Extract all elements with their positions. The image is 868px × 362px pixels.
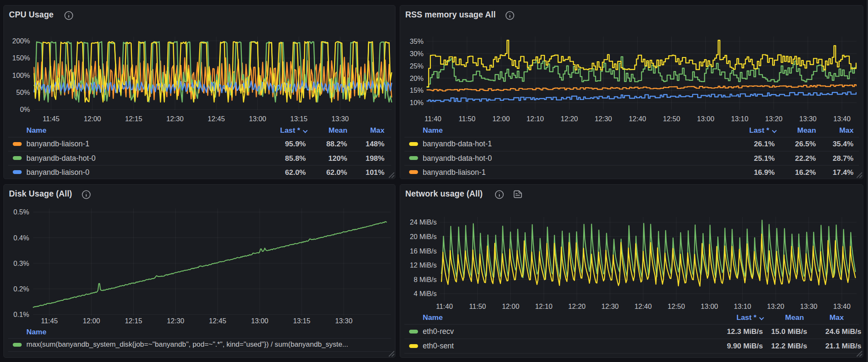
svg-text:11:40: 11:40 bbox=[424, 115, 441, 123]
svg-text:12 MiB/s: 12 MiB/s bbox=[410, 261, 437, 269]
svg-text:10%: 10% bbox=[410, 99, 424, 106]
svg-text:11:45: 11:45 bbox=[41, 317, 58, 325]
svg-text:0.1%: 0.1% bbox=[13, 311, 29, 318]
svg-text:12:50: 12:50 bbox=[667, 302, 685, 310]
svg-text:12:20: 12:20 bbox=[568, 302, 586, 310]
svg-text:13:30: 13:30 bbox=[332, 115, 349, 123]
svg-text:0%: 0% bbox=[20, 105, 30, 113]
svg-text:12:30: 12:30 bbox=[167, 317, 184, 325]
svg-text:13:00: 13:00 bbox=[249, 115, 266, 123]
svg-text:13:30: 13:30 bbox=[799, 115, 816, 123]
svg-text:12:40: 12:40 bbox=[629, 115, 646, 123]
svg-text:12:00: 12:00 bbox=[502, 302, 519, 310]
svg-text:12:00: 12:00 bbox=[83, 317, 100, 325]
svg-text:0.5%: 0.5% bbox=[13, 208, 29, 216]
svg-text:13:20: 13:20 bbox=[767, 302, 785, 310]
svg-text:13:15: 13:15 bbox=[290, 115, 308, 123]
svg-text:13:30: 13:30 bbox=[800, 302, 817, 310]
svg-text:12:45: 12:45 bbox=[208, 115, 225, 123]
svg-text:12:20: 12:20 bbox=[561, 115, 578, 123]
svg-text:0.2%: 0.2% bbox=[13, 285, 29, 293]
svg-text:11:50: 11:50 bbox=[458, 115, 476, 123]
svg-text:13:20: 13:20 bbox=[765, 115, 782, 123]
svg-text:12:10: 12:10 bbox=[535, 302, 553, 310]
svg-text:24 MiB/s: 24 MiB/s bbox=[410, 218, 437, 226]
svg-text:4 MiB/s: 4 MiB/s bbox=[414, 290, 437, 297]
svg-text:13:15: 13:15 bbox=[293, 317, 310, 325]
svg-text:200%: 200% bbox=[12, 37, 30, 45]
svg-text:12:15: 12:15 bbox=[125, 317, 142, 325]
svg-text:12:40: 12:40 bbox=[634, 302, 652, 310]
svg-text:12:30: 12:30 bbox=[602, 302, 619, 310]
svg-text:13:30: 13:30 bbox=[335, 317, 352, 325]
svg-text:13:00: 13:00 bbox=[251, 317, 269, 325]
svg-text:11:40: 11:40 bbox=[436, 302, 453, 310]
svg-text:13:40: 13:40 bbox=[833, 115, 851, 123]
svg-text:13:10: 13:10 bbox=[734, 302, 751, 310]
svg-text:12:30: 12:30 bbox=[166, 115, 184, 123]
svg-text:0.4%: 0.4% bbox=[13, 234, 29, 242]
svg-text:13:10: 13:10 bbox=[731, 115, 748, 123]
svg-text:13:00: 13:00 bbox=[701, 302, 718, 310]
svg-text:11:50: 11:50 bbox=[469, 302, 486, 310]
svg-text:12:00: 12:00 bbox=[493, 115, 510, 123]
svg-text:11:45: 11:45 bbox=[43, 115, 60, 123]
svg-text:12:30: 12:30 bbox=[595, 115, 612, 123]
svg-text:150%: 150% bbox=[12, 54, 30, 62]
svg-text:25%: 25% bbox=[410, 62, 424, 70]
svg-text:12:00: 12:00 bbox=[84, 115, 101, 123]
svg-text:12:45: 12:45 bbox=[209, 317, 226, 325]
svg-text:30%: 30% bbox=[410, 50, 424, 57]
svg-text:8 MiB/s: 8 MiB/s bbox=[414, 276, 437, 283]
svg-text:100%: 100% bbox=[12, 71, 30, 79]
svg-text:13:40: 13:40 bbox=[833, 302, 851, 310]
svg-text:12:50: 12:50 bbox=[663, 115, 680, 123]
svg-text:12:15: 12:15 bbox=[125, 115, 143, 123]
svg-text:20%: 20% bbox=[410, 74, 424, 82]
svg-text:0.3%: 0.3% bbox=[13, 259, 29, 267]
svg-text:15%: 15% bbox=[410, 86, 424, 94]
svg-text:35%: 35% bbox=[410, 37, 424, 45]
svg-text:20 MiB/s: 20 MiB/s bbox=[410, 233, 437, 240]
svg-text:50%: 50% bbox=[16, 88, 30, 96]
svg-text:16 MiB/s: 16 MiB/s bbox=[410, 247, 437, 255]
svg-text:12:10: 12:10 bbox=[527, 115, 544, 123]
svg-text:13:00: 13:00 bbox=[697, 115, 714, 123]
